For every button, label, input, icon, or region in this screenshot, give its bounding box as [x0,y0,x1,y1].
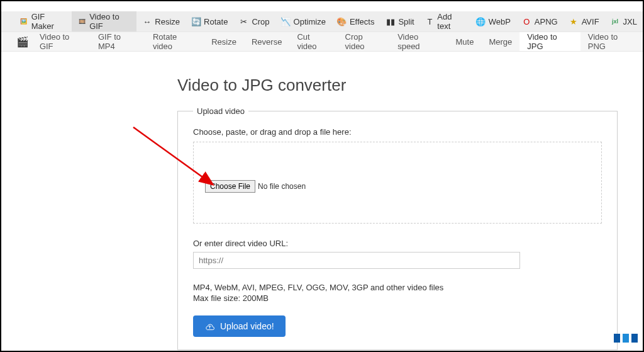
top-tab-label: Rotate [204,17,228,26]
watermark [614,331,638,347]
sub-tab-rotate-video[interactable]: Rotate video [145,32,204,51]
top-tab-jxl[interactable]: jxlJXL [605,11,643,31]
formats-text: MP4, WebM, AVI, MPEG, FLV, OGG, MOV, 3GP… [193,283,602,292]
svg-rect-2 [623,334,629,343]
top-tab-avif[interactable]: ★AVIF [564,11,605,31]
top-tab-crop[interactable]: ✂Crop [233,11,275,31]
top-tab-label: Video to GIF [89,12,131,31]
top-tab-label: WebP [489,17,511,26]
top-tab-apng[interactable]: OAPNG [516,11,564,31]
top-tab-webp[interactable]: 🌐WebP [470,11,516,31]
effects-icon: 🎨 [337,17,347,26]
sub-tab-video-to-png[interactable]: Video to PNG [580,32,643,51]
sub-tab-reverse[interactable]: Reverse [244,32,289,51]
top-tab-label: Crop [252,17,269,26]
crop-icon: ✂ [239,17,248,26]
top-tab-label: Optimize [294,17,326,26]
gif-maker-icon: 🖼️ [19,17,28,26]
top-tab-label: Resize [155,17,180,26]
top-tab-label: GIF Maker [31,12,67,31]
svg-rect-1 [614,334,620,343]
sub-tab-crop-video[interactable]: Crop video [338,32,391,51]
top-tab-rotate[interactable]: 🔄Rotate [186,11,233,31]
video-to-gif-icon: 🎞️ [77,17,86,26]
no-file-label: No file chosen [258,182,306,191]
cloud-upload-icon [204,322,215,330]
resize-icon: ↔ [142,17,152,26]
apng-icon: O [522,17,531,26]
sub-tab-video-speed[interactable]: Video speed [390,32,448,51]
page-title: Video to JPG converter [177,76,618,95]
top-tab-gif-maker[interactable]: 🖼️GIF Maker [14,11,72,31]
top-toolbar: 🖼️GIF Maker🎞️Video to GIF↔Resize🔄Rotate✂… [1,11,643,31]
webp-icon: 🌐 [476,17,486,26]
url-input[interactable] [193,252,520,269]
sub-tab-video-to-jpg[interactable]: Video to JPG [519,32,580,51]
fieldset-legend: Upload video [193,106,248,116]
top-tab-label: APNG [535,17,558,26]
top-tab-label: AVIF [582,17,599,26]
svg-rect-3 [631,334,638,343]
top-tab-label: Split [398,17,414,26]
jxl-icon: jxl [611,17,620,26]
max-size-text: Max file size: 200MB [193,293,602,303]
upload-fieldset: Upload video Choose, paste, or drag and … [177,106,618,350]
sub-tab-cut-video[interactable]: Cut video [289,32,337,51]
sub-tab-merge[interactable]: Merge [481,32,519,51]
rotate-icon: 🔄 [191,17,201,26]
sub-tab-mute[interactable]: Mute [448,32,482,51]
split-icon: ▮▮ [386,17,395,26]
choose-file-button[interactable]: Choose File [205,180,255,193]
top-tab-add-text[interactable]: TAdd text [420,11,470,31]
sub-toolbar: 🎬 Video to GIFGIF to MP4Rotate videoResi… [1,31,643,52]
top-tab-label: Effects [350,17,375,26]
sub-tab-video-to-gif[interactable]: Video to GIF [32,32,91,51]
top-tab-label: Add text [437,12,464,31]
sub-tab-resize[interactable]: Resize [204,32,244,51]
top-tab-optimize[interactable]: 📉Optimize [275,11,331,31]
avif-icon: ★ [569,17,579,26]
top-tab-effects[interactable]: 🎨Effects [331,11,380,31]
video-icon: 🎬 [14,32,32,51]
url-label: Or enter direct video URL: [193,239,602,248]
optimize-icon: 📉 [281,17,291,26]
top-tab-split[interactable]: ▮▮Split [380,11,419,31]
add-text-icon: T [426,17,435,26]
upload-button[interactable]: Upload video! [193,315,286,337]
choose-instruction: Choose, paste, or drag and drop a file h… [193,127,602,137]
top-tab-resize[interactable]: ↔Resize [136,11,186,31]
top-tab-video-to-gif[interactable]: 🎞️Video to GIF [72,11,136,31]
sub-tab-gif-to-mp4[interactable]: GIF to MP4 [91,32,145,51]
dropzone[interactable]: Choose File No file chosen [193,142,602,224]
top-tab-label: JXL [623,17,637,26]
main-content: Video to JPG converter Upload video Choo… [1,52,643,352]
upload-button-label: Upload video! [220,321,274,331]
